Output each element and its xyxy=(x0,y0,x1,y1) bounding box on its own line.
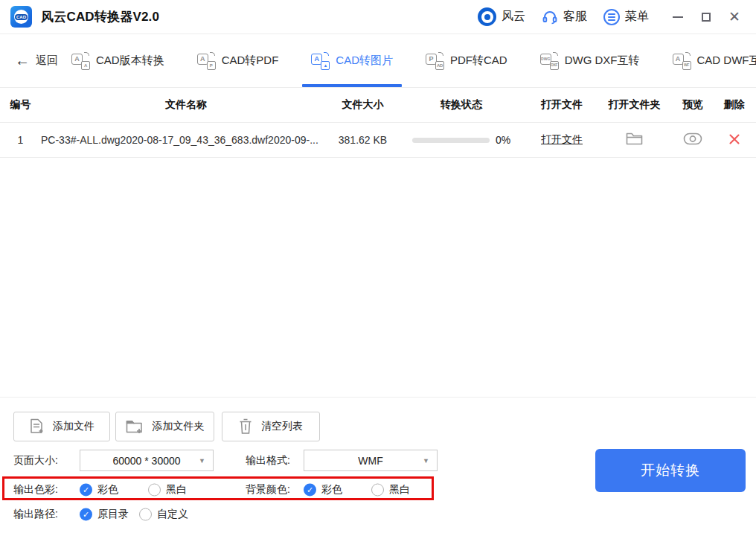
footer-divider xyxy=(0,397,756,398)
titlebar: CAD 风云CAD转换器V2.0 风云 客服 xyxy=(0,0,756,34)
output-color-bw-label[interactable]: 黑白 xyxy=(166,483,187,497)
add-file-button[interactable]: 添加文件 xyxy=(13,412,110,441)
start-convert-button[interactable]: 开始转换 xyxy=(595,449,746,492)
output-path-custom-label[interactable]: 自定义 xyxy=(157,508,188,521)
table-header: 编号 文件名称 文件大小 转换状态 打开文件 打开文件夹 预览 删除 xyxy=(0,88,756,123)
page-size-select[interactable]: 60000 * 30000 ▼ xyxy=(80,450,214,471)
tab-dwg-dxf[interactable]: DWGDXF DWG DXF互转 xyxy=(540,34,640,87)
table-row: 1 PC-33#-ALL.dwg2020-08-17_09_43_36_683.… xyxy=(0,123,756,158)
tab-label: CAD版本转换 xyxy=(96,54,164,68)
tab-cad-dwf[interactable]: AWF CAD DWF互转 xyxy=(673,34,756,87)
add-folder-button[interactable]: 添加文件夹 xyxy=(115,412,214,441)
row-open-file-cell: 打开文件 xyxy=(528,133,595,147)
add-folder-label: 添加文件夹 xyxy=(153,420,205,433)
menu-button[interactable]: 菜单 xyxy=(603,9,649,25)
col-open-file: 打开文件 xyxy=(528,98,595,112)
tab-list: AA CAD版本转换 AP CAD转PDF A▲ CAD转图片 PAD xyxy=(71,34,756,87)
bg-color-radio-bw[interactable]: ✓ xyxy=(371,484,384,497)
tabbar: ← 返回 AA CAD版本转换 AP CAD转PDF A▲ CAD转图片 xyxy=(0,34,756,88)
customer-service-label: 客服 xyxy=(563,9,587,25)
output-color-radio-color[interactable]: ✓ xyxy=(80,484,92,497)
output-path-radio-original[interactable]: ✓ xyxy=(80,508,92,521)
bg-color-label: 背景颜色: xyxy=(246,483,290,497)
output-format-select[interactable]: WMF ▼ xyxy=(304,450,438,471)
add-file-label: 添加文件 xyxy=(53,420,94,433)
cad-to-image-icon: A▲ xyxy=(311,52,330,70)
output-path-row: 输出路径: ✓ 原目录 ✓ 自定义 xyxy=(0,505,461,524)
fengyun-brand-icon xyxy=(478,7,496,26)
open-folder-icon[interactable] xyxy=(626,132,643,146)
output-format-label: 输出格式: xyxy=(246,454,290,467)
delete-x-icon[interactable] xyxy=(728,133,740,145)
brand-label: 风云 xyxy=(502,9,525,25)
brand-button[interactable]: 风云 xyxy=(478,7,525,26)
chevron-down-icon: ▼ xyxy=(423,457,429,465)
close-icon: ✕ xyxy=(728,10,740,24)
tab-label: CAD DWF互转 xyxy=(697,54,756,68)
minimize-icon xyxy=(673,16,683,18)
back-arrow-icon: ← xyxy=(15,52,30,69)
tab-label: CAD转图片 xyxy=(336,54,393,68)
open-file-link[interactable]: 打开文件 xyxy=(541,133,583,145)
progress-bar xyxy=(412,138,490,143)
cad-to-pdf-icon: AP xyxy=(197,52,216,70)
maximize-button[interactable] xyxy=(695,6,717,28)
tab-label: CAD转PDF xyxy=(222,54,279,68)
minimize-button[interactable] xyxy=(667,6,689,28)
output-path-radio-custom[interactable]: ✓ xyxy=(139,508,152,521)
titlebar-actions: 风云 客服 菜单 ✕ xyxy=(478,6,746,28)
footer-buttons: 添加文件 添加文件夹 清空列表 xyxy=(13,412,320,441)
menu-label: 菜单 xyxy=(625,9,649,25)
add-folder-icon xyxy=(126,419,144,435)
output-color-radio-bw[interactable]: ✓ xyxy=(148,484,161,497)
row-status: 0% xyxy=(394,134,528,146)
output-path-original-label[interactable]: 原目录 xyxy=(97,508,129,521)
row-delete-cell xyxy=(712,133,756,147)
col-number: 编号 xyxy=(0,98,41,112)
row-open-folder-cell xyxy=(595,132,673,148)
clear-list-label: 清空列表 xyxy=(261,420,303,433)
tab-cad-version[interactable]: AA CAD版本转换 xyxy=(71,34,164,87)
tab-cad-to-image[interactable]: A▲ CAD转图片 xyxy=(311,34,393,87)
app-title: 风云CAD转换器V2.0 xyxy=(41,8,159,25)
bg-color-radio-color[interactable]: ✓ xyxy=(304,484,316,497)
row-preview-cell xyxy=(673,133,712,147)
cad-dwf-icon: AWF xyxy=(673,52,691,70)
dwg-dxf-icon: DWGDXF xyxy=(540,52,559,70)
color-options-row: 输出色彩: ✓ 彩色 ✓ 黑白 背景颜色: ✓ 彩色 ✓ 黑白 xyxy=(0,480,461,500)
output-color-label: 输出色彩: xyxy=(13,483,58,497)
close-button[interactable]: ✕ xyxy=(723,6,746,28)
back-label: 返回 xyxy=(36,54,58,68)
bg-color-color-label[interactable]: 彩色 xyxy=(321,483,342,497)
row-filename: PC-33#-ALL.dwg2020-08-17_09_43_36_683.dw… xyxy=(41,134,331,146)
menu-icon xyxy=(603,9,620,25)
tab-cad-to-pdf[interactable]: AP CAD转PDF xyxy=(197,34,279,87)
col-open-folder: 打开文件夹 xyxy=(595,98,673,112)
tab-pdf-to-cad[interactable]: PAD PDF转CAD xyxy=(426,34,507,87)
bg-color-bw-label[interactable]: 黑白 xyxy=(389,483,410,497)
col-filesize: 文件大小 xyxy=(331,98,394,112)
app-logo-icon: CAD xyxy=(10,6,32,28)
output-color-color-label[interactable]: 彩色 xyxy=(97,483,118,497)
customer-service-button[interactable]: 客服 xyxy=(542,9,587,25)
app-window: CAD 风云CAD转换器V2.0 风云 客服 xyxy=(0,0,756,533)
row-number: 1 xyxy=(0,134,41,146)
output-path-label: 输出路径: xyxy=(13,508,58,521)
trash-icon xyxy=(239,418,252,435)
pdf-to-cad-icon: PAD xyxy=(426,52,444,70)
tab-label: DWG DXF互转 xyxy=(565,54,640,68)
back-button[interactable]: ← 返回 xyxy=(15,52,71,69)
window-controls: ✕ xyxy=(667,6,746,28)
preview-eye-icon[interactable] xyxy=(683,133,702,145)
page-size-label: 页面大小: xyxy=(13,454,58,467)
chevron-down-icon: ▼ xyxy=(199,457,205,465)
col-preview: 预览 xyxy=(673,98,712,112)
maximize-icon xyxy=(702,13,711,22)
headset-icon xyxy=(542,9,558,25)
row-filesize: 381.62 KB xyxy=(331,134,394,146)
progress-label: 0% xyxy=(496,134,510,146)
page-size-value: 60000 * 30000 xyxy=(112,455,180,467)
cad-version-icon: AA xyxy=(71,52,90,70)
add-file-icon xyxy=(29,418,44,435)
clear-list-button[interactable]: 清空列表 xyxy=(222,412,320,441)
